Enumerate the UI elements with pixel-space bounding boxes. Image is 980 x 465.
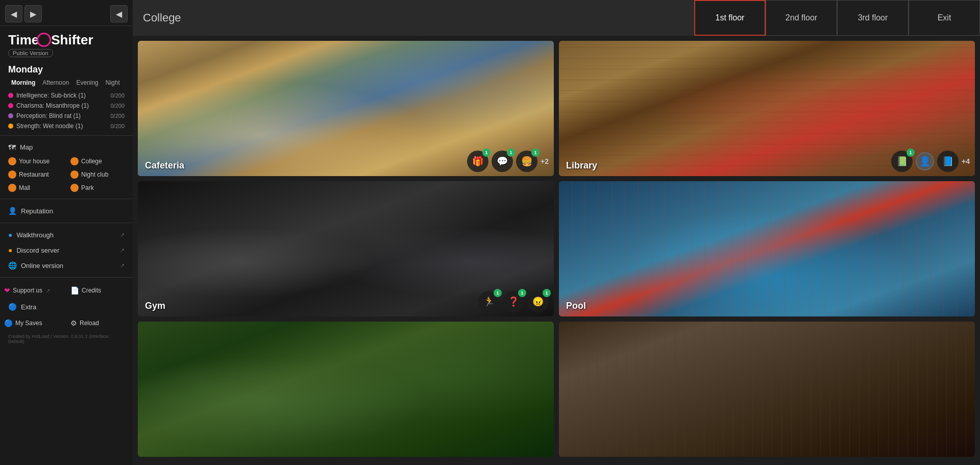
loc-college[interactable]: College (66, 155, 129, 168)
cafeteria-food-badge: 1 (531, 149, 540, 157)
saves-reload-row: 🔵 My Saves ⚙ Reload (0, 314, 133, 332)
card-gym-icons: 🏃 1 ❓ 1 😠 1 (478, 291, 549, 312)
extra-item[interactable]: 🔵 Extra (0, 299, 133, 314)
loc-icon-mall (8, 184, 16, 192)
gym-question-badge: 1 (518, 289, 526, 297)
cafeteria-gift-badge: 1 (482, 149, 491, 157)
divider-1 (0, 135, 133, 136)
walkthrough-item[interactable]: ● Walkthrough ↗ (0, 227, 133, 242)
loc-night-club[interactable]: Night club (66, 168, 129, 181)
loc-icon-night-club (70, 170, 79, 179)
loc-label-college: College (81, 158, 102, 165)
loc-your-house[interactable]: Your house (4, 155, 66, 168)
saves-icon: 🔵 (4, 319, 13, 327)
support-item[interactable]: ❤ Support us ↗ (0, 284, 66, 297)
day-label: Monday (0, 59, 133, 78)
cafeteria-plus-count: +2 (541, 157, 549, 165)
logo-area: TimeShifter Public Version (0, 26, 133, 59)
card-gym[interactable]: Gym 🏃 1 ❓ 1 😠 1 (138, 181, 554, 316)
floor-tab-1st[interactable]: 1st floor (694, 0, 766, 36)
library-plus-count: +4 (962, 157, 970, 165)
loc-restaurant[interactable]: Restaurant (4, 168, 66, 181)
floor-tab-2nd[interactable]: 2nd floor (766, 0, 837, 36)
card-library-icons: 📗 1 👤 📘 +4 (891, 151, 970, 172)
cafeteria-gift-icon[interactable]: 🎁 1 (467, 151, 488, 172)
card-library[interactable]: Library 📗 1 👤 📘 +4 (559, 41, 975, 176)
tab-morning[interactable]: Morning (8, 78, 38, 87)
floor-tab-3rd[interactable]: 3rd floor (837, 0, 909, 36)
gym-anger-icon[interactable]: 😠 1 (527, 291, 549, 312)
walkthrough-label: Walkthrough (16, 231, 54, 239)
nav-forward-button[interactable]: ▶ (24, 5, 42, 22)
gym-run-icon[interactable]: 🏃 1 (478, 291, 500, 312)
stat-strength: Strength: Wet noodle (1) 0/200 (0, 121, 133, 131)
tab-night[interactable]: Night (103, 78, 123, 87)
locker1-light (138, 322, 554, 457)
reload-item[interactable]: ⚙ Reload (66, 316, 133, 330)
gym-run-badge: 1 (494, 289, 502, 297)
main-content: College 1st floor 2nd floor 3rd floor Ex… (133, 0, 980, 465)
tab-evening[interactable]: Evening (73, 78, 101, 87)
card-pool[interactable]: Pool (559, 181, 975, 316)
cafeteria-food-icon[interactable]: 🍔 1 (516, 151, 537, 172)
loc-label-restaurant: Restaurant (19, 171, 49, 178)
card-cafeteria[interactable]: Cafeteria 🎁 1 💬 1 🍔 1 +2 (138, 41, 554, 176)
gym-question-icon[interactable]: ❓ 1 (503, 291, 524, 312)
stat-perception: Perception: Blind rat (1) 0/200 (0, 111, 133, 121)
loc-label-mall: Mall (19, 184, 30, 191)
stat-label-perception: Perception: Blind rat (1) (16, 112, 81, 119)
extra-label: Extra (21, 303, 36, 311)
map-item[interactable]: 🗺 Map (0, 140, 133, 155)
stat-charisma: Charisma: Misanthrope (1) 0/200 (0, 101, 133, 111)
stat-dot-strength (8, 124, 13, 129)
loc-mall[interactable]: Mall (4, 181, 66, 194)
card-locker2[interactable] (559, 322, 975, 457)
loc-label-night-club: Night club (81, 171, 108, 178)
cafeteria-chat-icon[interactable]: 💬 1 (492, 151, 513, 172)
location-label: College (133, 0, 694, 36)
library-avatar-icon: 👤 (916, 152, 934, 170)
stat-dot-intelligence (8, 93, 13, 98)
card-pool-label: Pool (566, 301, 586, 311)
discord-label: Discord server (16, 247, 59, 254)
locker2-lockers (559, 322, 975, 457)
loc-label-park: Park (81, 184, 94, 191)
exit-button[interactable]: Exit (909, 0, 980, 36)
card-cafeteria-label: Cafeteria (145, 160, 184, 171)
divider-2 (0, 199, 133, 199)
nav-back-button[interactable]: ◀ (5, 5, 22, 22)
credits-icon: 📄 (70, 286, 79, 295)
online-version-item[interactable]: 🌐 Online version ↗ (0, 258, 133, 273)
nav-collapse-button[interactable]: ◀ (110, 5, 128, 22)
my-saves-item[interactable]: 🔵 My Saves (0, 316, 66, 330)
loc-icon-park (70, 184, 79, 192)
discord-item[interactable]: ● Discord server ↗ (0, 242, 133, 258)
map-label: Map (20, 143, 33, 151)
reload-icon: ⚙ (70, 319, 77, 327)
stat-intelligence: Intelligence: Sub-brick (1) 0/200 (0, 90, 133, 101)
tab-afternoon[interactable]: Afternoon (39, 78, 72, 87)
time-tabs: Morning Afternoon Evening Night (0, 78, 133, 90)
reputation-item[interactable]: 👤 Reputation (0, 203, 133, 218)
logo-circle (37, 33, 51, 47)
library-book2-icon[interactable]: 📘 (937, 151, 959, 172)
support-label: Support us (13, 287, 42, 294)
support-credits-row: ❤ Support us ↗ 📄 Credits (0, 282, 133, 299)
reputation-icon: 👤 (8, 207, 17, 215)
logo-subtitle: Public Version (8, 48, 125, 57)
stat-value-perception: 0/200 (110, 113, 125, 119)
discord-icon: ● (8, 246, 12, 254)
loc-park[interactable]: Park (66, 181, 129, 194)
divider-4 (0, 277, 133, 278)
divider-3 (0, 223, 133, 223)
stat-label-intelligence: Intelligence: Sub-brick (1) (16, 92, 86, 99)
top-bar: College 1st floor 2nd floor 3rd floor Ex… (133, 0, 980, 36)
loc-icon-your-house (8, 157, 16, 165)
credits-item[interactable]: 📄 Credits (66, 284, 133, 297)
online-icon: 🌐 (8, 261, 17, 270)
library-book-icon[interactable]: 📗 1 (891, 151, 913, 172)
card-library-label: Library (566, 160, 597, 171)
logo-shifter: Shifter (51, 32, 93, 47)
my-saves-label: My Saves (15, 320, 42, 327)
card-locker1[interactable] (138, 322, 554, 457)
